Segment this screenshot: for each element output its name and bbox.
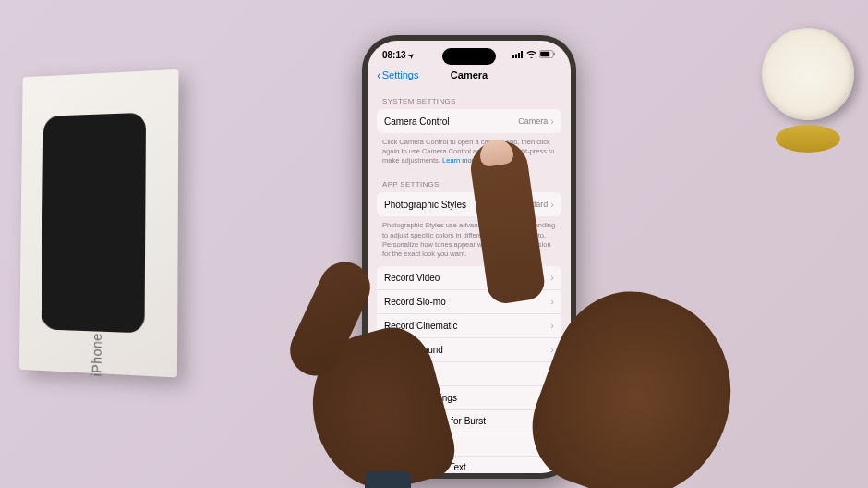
chevron-right-icon: › — [550, 116, 554, 127]
chevron-right-icon: › — [550, 368, 554, 379]
preserve-settings-item[interactable]: Preserve Settings › — [377, 386, 561, 410]
record-cinematic-item[interactable]: Record Cinematic › — [377, 314, 561, 338]
photographic-styles-footer: Photographic Styles use advanced scene u… — [377, 218, 561, 266]
iphone-box-decoration: iPhone — [19, 69, 179, 378]
phone-screen: 08:13 ➤ ‹ Settings Camera — [368, 41, 571, 473]
show-detected-text-item[interactable]: Show Detected Text — [377, 457, 561, 473]
settings-content: SYSTEM SETTINGS Camera Control Camera › … — [368, 90, 571, 473]
photographic-styles-row[interactable]: Photographic Styles Standard › — [377, 192, 561, 216]
svg-rect-5 — [540, 52, 549, 57]
formats-item[interactable]: Formats › — [377, 362, 561, 386]
photographic-styles-value: Standard — [514, 200, 549, 209]
volume-up-burst-item[interactable]: Use Volume Up for Burst — [377, 410, 561, 433]
clock-decoration — [757, 28, 859, 152]
clock-face — [762, 28, 854, 120]
navigation-bar: ‹ Settings Camera — [368, 64, 571, 90]
chevron-right-icon: › — [550, 392, 554, 403]
system-settings-header: SYSTEM SETTINGS — [377, 90, 561, 109]
iphone-box-label: iPhone — [89, 333, 103, 377]
chevron-right-icon: › — [550, 272, 554, 283]
camera-control-value: Camera — [518, 116, 548, 126]
back-button[interactable]: ‹ Settings — [377, 67, 418, 82]
clock-base — [776, 125, 840, 152]
svg-rect-3 — [521, 51, 523, 58]
battery-icon — [539, 50, 556, 60]
svg-rect-1 — [515, 55, 517, 59]
svg-rect-0 — [512, 55, 514, 58]
camera-control-label: Camera Control — [384, 116, 450, 127]
status-time: 08:13 — [382, 50, 406, 60]
signal-icon — [512, 50, 524, 60]
record-slomo-item[interactable]: Record Slo-mo › — [377, 290, 561, 314]
chevron-right-icon: › — [550, 199, 554, 210]
record-video-item[interactable]: Record Video › — [377, 266, 561, 290]
wifi-icon — [526, 50, 536, 60]
back-label: Settings — [382, 69, 419, 80]
dynamic-island — [442, 48, 496, 65]
scan-qr-codes-item[interactable]: Scan QR Codes — [377, 433, 561, 457]
iphone-box-screen-graphic — [42, 113, 146, 334]
camera-control-row[interactable]: Camera Control Camera › — [377, 109, 561, 133]
settings-list: Record Video › Record Slo-mo › Record Ci… — [377, 266, 561, 473]
location-icon: ➤ — [407, 51, 416, 60]
chevron-left-icon: ‹ — [377, 67, 381, 82]
chevron-right-icon: › — [550, 320, 554, 331]
chevron-right-icon: › — [550, 296, 554, 307]
photographic-styles-label: Photographic Styles — [384, 200, 466, 210]
page-title: Camera — [451, 69, 488, 80]
svg-rect-6 — [554, 53, 555, 55]
iphone-device: 08:13 ➤ ‹ Settings Camera — [362, 35, 576, 479]
app-settings-header: APP SETTINGS — [377, 173, 561, 192]
learn-more-link[interactable]: Learn more. — [442, 156, 479, 165]
camera-control-footer: Click Camera Control to open a camera ap… — [377, 135, 561, 173]
chevron-right-icon: › — [550, 344, 554, 355]
svg-rect-2 — [518, 53, 520, 58]
record-sound-item[interactable]: Record Sound › — [377, 338, 561, 362]
